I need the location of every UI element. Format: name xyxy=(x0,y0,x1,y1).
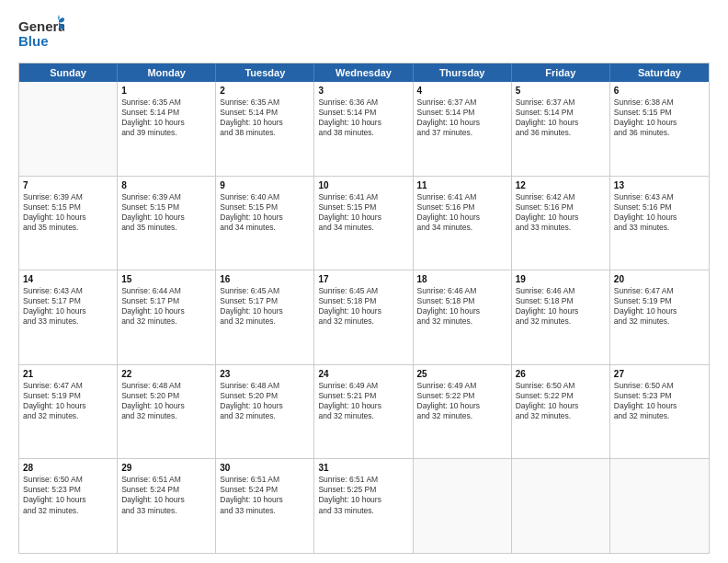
cell-info-line: and 32 minutes. xyxy=(121,316,211,327)
cell-info-line: Sunrise: 6:41 AM xyxy=(318,192,408,202)
cell-day-number: 3 xyxy=(318,85,408,97)
cell-info-line: Daylight: 10 hours xyxy=(516,306,606,316)
cell-day-number: 31 xyxy=(318,462,408,474)
cell-info-line: Sunrise: 6:46 AM xyxy=(417,286,507,296)
cell-info-line: Daylight: 10 hours xyxy=(516,118,606,128)
calendar-cell xyxy=(512,459,610,553)
cell-info-line: Sunrise: 6:43 AM xyxy=(23,286,113,296)
cell-info-line: and 32 minutes. xyxy=(220,316,310,327)
cell-info-line: Sunset: 5:25 PM xyxy=(318,485,408,495)
cell-day-number: 26 xyxy=(516,368,606,380)
cell-info-line: Sunset: 5:16 PM xyxy=(516,202,606,213)
cell-day-number: 15 xyxy=(121,273,211,285)
cell-info-line: and 33 minutes. xyxy=(614,223,705,233)
cell-info-line: and 33 minutes. xyxy=(318,506,408,516)
header-day-saturday: Saturday xyxy=(610,63,709,82)
cell-info-line: and 32 minutes. xyxy=(121,411,211,421)
cell-info-line: Daylight: 10 hours xyxy=(417,306,507,316)
cell-info-line: Sunset: 5:23 PM xyxy=(23,485,113,495)
cell-info-line: Sunset: 5:20 PM xyxy=(121,391,211,401)
cell-info-line: Sunset: 5:23 PM xyxy=(614,391,705,401)
cell-info-line: and 34 minutes. xyxy=(417,223,507,233)
cell-info-line: Daylight: 10 hours xyxy=(220,306,310,316)
cell-info-line: Sunset: 5:17 PM xyxy=(23,296,113,306)
cell-info-line: and 32 minutes. xyxy=(516,316,606,327)
calendar-row-2: 7Sunrise: 6:39 AMSunset: 5:15 PMDaylight… xyxy=(19,177,709,271)
calendar-row-5: 28Sunrise: 6:50 AMSunset: 5:23 PMDayligh… xyxy=(19,459,709,553)
cell-info-line: Sunset: 5:14 PM xyxy=(220,108,310,118)
cell-info-line: Daylight: 10 hours xyxy=(516,213,606,223)
cell-info-line: and 32 minutes. xyxy=(417,411,507,421)
calendar-cell: 3Sunrise: 6:36 AMSunset: 5:14 PMDaylight… xyxy=(314,82,413,176)
calendar-cell: 20Sunrise: 6:47 AMSunset: 5:19 PMDayligh… xyxy=(610,270,709,364)
header-day-friday: Friday xyxy=(512,63,610,82)
cell-info-line: Sunrise: 6:51 AM xyxy=(220,475,310,485)
cell-day-number: 5 xyxy=(516,85,606,97)
cell-day-number: 2 xyxy=(220,85,310,97)
cell-info-line: and 36 minutes. xyxy=(516,128,606,138)
cell-day-number: 22 xyxy=(121,368,211,380)
calendar-cell xyxy=(610,459,709,553)
calendar-cell: 17Sunrise: 6:45 AMSunset: 5:18 PMDayligh… xyxy=(314,270,413,364)
cell-info-line: Sunset: 5:19 PM xyxy=(23,391,113,401)
logo: General Blue xyxy=(18,15,64,53)
calendar-cell xyxy=(19,82,118,176)
calendar-cell: 21Sunrise: 6:47 AMSunset: 5:19 PMDayligh… xyxy=(19,365,118,459)
cell-info-line: Sunrise: 6:39 AM xyxy=(23,192,113,202)
svg-text:General: General xyxy=(18,18,64,34)
cell-info-line: Sunrise: 6:50 AM xyxy=(516,381,606,391)
cell-info-line: Daylight: 10 hours xyxy=(516,401,606,411)
calendar-cell xyxy=(414,459,512,553)
cell-info-line: and 36 minutes. xyxy=(614,128,705,138)
calendar-cell: 7Sunrise: 6:39 AMSunset: 5:15 PMDaylight… xyxy=(19,177,118,270)
header-day-thursday: Thursday xyxy=(414,63,512,82)
cell-info-line: Daylight: 10 hours xyxy=(220,401,310,411)
cell-info-line: and 35 minutes. xyxy=(121,223,211,233)
cell-info-line: and 39 minutes. xyxy=(121,128,211,138)
header-day-monday: Monday xyxy=(118,63,216,82)
cell-info-line: Sunrise: 6:48 AM xyxy=(220,381,310,391)
calendar-cell: 18Sunrise: 6:46 AMSunset: 5:18 PMDayligh… xyxy=(414,270,512,364)
cell-info-line: Sunrise: 6:38 AM xyxy=(614,98,705,108)
calendar-row-1: 1Sunrise: 6:35 AMSunset: 5:14 PMDaylight… xyxy=(19,82,709,177)
cell-info-line: Daylight: 10 hours xyxy=(121,213,211,223)
cell-info-line: and 33 minutes. xyxy=(23,316,113,327)
cell-day-number: 24 xyxy=(318,368,408,380)
cell-info-line: Sunrise: 6:45 AM xyxy=(318,286,408,296)
cell-day-number: 23 xyxy=(220,368,310,380)
cell-info-line: and 32 minutes. xyxy=(614,411,705,421)
calendar-cell: 4Sunrise: 6:37 AMSunset: 5:14 PMDaylight… xyxy=(414,82,512,176)
cell-info-line: Sunset: 5:17 PM xyxy=(220,296,310,306)
cell-info-line: Daylight: 10 hours xyxy=(23,495,113,505)
cell-info-line: Sunrise: 6:37 AM xyxy=(516,98,606,108)
calendar-row-3: 14Sunrise: 6:43 AMSunset: 5:17 PMDayligh… xyxy=(19,270,709,365)
cell-info-line: Sunrise: 6:43 AM xyxy=(614,192,705,202)
cell-info-line: and 32 minutes. xyxy=(614,316,705,327)
cell-day-number: 10 xyxy=(318,179,408,191)
calendar-cell: 16Sunrise: 6:45 AMSunset: 5:17 PMDayligh… xyxy=(216,270,314,364)
cell-info-line: Sunset: 5:15 PM xyxy=(220,202,310,213)
cell-info-line: Sunrise: 6:35 AM xyxy=(121,98,211,108)
cell-info-line: and 32 minutes. xyxy=(23,506,113,516)
cell-info-line: and 32 minutes. xyxy=(417,316,507,327)
cell-info-line: Sunrise: 6:47 AM xyxy=(23,381,113,391)
cell-info-line: and 34 minutes. xyxy=(220,223,310,233)
cell-info-line: Sunset: 5:24 PM xyxy=(121,485,211,495)
cell-info-line: Sunrise: 6:50 AM xyxy=(614,381,705,391)
cell-day-number: 29 xyxy=(121,462,211,474)
cell-info-line: Sunrise: 6:45 AM xyxy=(220,286,310,296)
cell-day-number: 14 xyxy=(23,273,113,285)
cell-info-line: Sunrise: 6:39 AM xyxy=(121,192,211,202)
cell-info-line: Sunrise: 6:44 AM xyxy=(121,286,211,296)
cell-info-line: Sunset: 5:16 PM xyxy=(614,202,705,213)
cell-info-line: Sunrise: 6:41 AM xyxy=(417,192,507,202)
cell-info-line: Sunset: 5:18 PM xyxy=(417,296,507,306)
cell-day-number: 17 xyxy=(318,273,408,285)
cell-info-line: Sunrise: 6:46 AM xyxy=(516,286,606,296)
cell-day-number: 9 xyxy=(220,179,310,191)
cell-info-line: Sunset: 5:24 PM xyxy=(220,485,310,495)
cell-day-number: 16 xyxy=(220,273,310,285)
cell-info-line: Sunset: 5:16 PM xyxy=(417,202,507,213)
cell-day-number: 1 xyxy=(121,85,211,97)
cell-info-line: Sunset: 5:19 PM xyxy=(614,296,705,306)
